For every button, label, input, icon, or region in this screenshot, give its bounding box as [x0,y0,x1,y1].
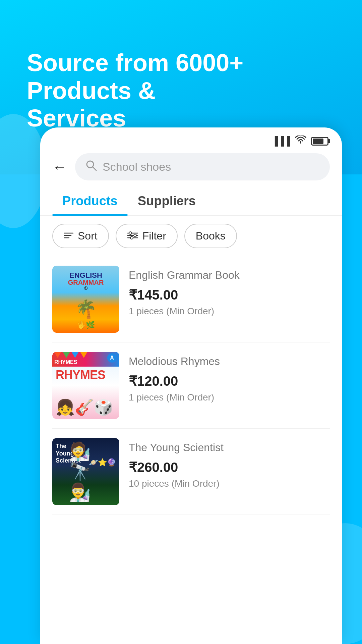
product-moq-3: 10 pieces (Min Order) [129,478,330,489]
product-list: ENGLISH GRAMMAR ① 🌴 🖐️🌿 English Grammar … [40,256,342,515]
product-image-3: TheYoungScientist 🪐⭐🔮 🧑‍🔬🔭👨‍🔬 [52,438,119,505]
product-price-3: ₹260.00 [129,460,330,475]
header-title: Source from 6000+Products & Services [27,49,261,132]
search-placeholder: School shoes [103,160,171,173]
sort-icon [64,230,74,242]
product-info-2: Melodious Rhymes ₹120.00 1 pieces (Min O… [129,352,330,403]
filter-button[interactable]: Filter [116,224,178,248]
tab-suppliers[interactable]: Suppliers [128,187,206,215]
search-icon [85,159,97,174]
product-image-1: ENGLISH GRAMMAR ① 🌴 🖐️🌿 [52,266,119,333]
filter-row: Sort Filter Books [40,216,342,256]
battery-icon [311,137,328,146]
tab-products[interactable]: Products [52,187,128,215]
product-name-1: English Grammar Book [129,268,330,282]
product-info-3: The Young Scientist ₹260.00 10 pieces (M… [129,438,330,489]
product-image-2: RHYMES A RHYMES 👧🎸🎲 [52,352,119,419]
svg-point-10 [130,236,133,239]
status-bar: ▐▐▐ [40,127,342,147]
phone-card: ▐▐▐ ← School shoes [40,127,342,644]
product-name-3: The Young Scientist [129,441,330,455]
product-info-1: English Grammar Book ₹145.00 1 pieces (M… [129,266,330,317]
back-button[interactable]: ← [52,159,67,175]
books-label: Books [196,230,226,242]
sort-button[interactable]: Sort [52,224,109,248]
search-box[interactable]: School shoes [75,153,330,180]
svg-point-9 [134,234,136,237]
svg-point-8 [129,232,132,234]
table-row[interactable]: ENGLISH GRAMMAR ① 🌴 🖐️🌿 English Grammar … [52,256,330,342]
tabs-container: Products Suppliers [40,187,342,216]
product-price-1: ₹145.00 [129,287,330,303]
svg-line-1 [93,167,96,170]
search-area: ← School shoes [40,147,342,187]
product-moq-1: 1 pieces (Min Order) [129,306,330,317]
product-price-2: ₹120.00 [129,373,330,389]
sort-label: Sort [78,230,98,242]
table-row[interactable]: TheYoungScientist 🪐⭐🔮 🧑‍🔬🔭👨‍🔬 The Young … [52,429,330,515]
wifi-icon [295,136,306,147]
product-name-2: Melodious Rhymes [129,355,330,369]
filter-label: Filter [142,230,166,242]
product-moq-2: 1 pieces (Min Order) [129,392,330,403]
table-row[interactable]: RHYMES A RHYMES 👧🎸🎲 Melodious Rhymes [52,342,330,429]
signal-icon: ▐▐▐ [272,136,290,146]
books-filter-button[interactable]: Books [184,224,237,248]
filter-icon [127,230,138,242]
